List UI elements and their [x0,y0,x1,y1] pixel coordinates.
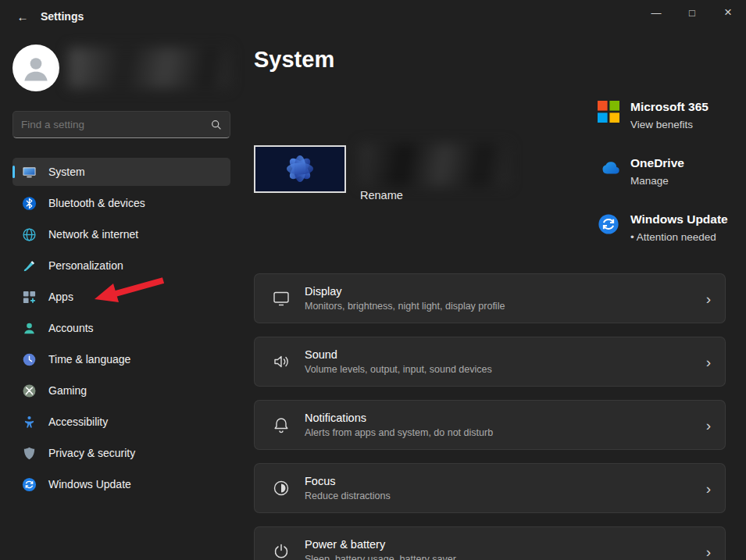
chevron-right-icon: › [706,418,711,433]
display-icon [272,289,291,308]
device-wallpaper-thumbnail [254,145,346,193]
card-title: Power & battery [305,538,692,551]
sidebar-item-label: System [48,166,85,178]
sidebar-item-label: Personalization [48,259,123,272]
personalization-icon [22,259,37,273]
selection-accent-pill [12,166,15,178]
quick-link-title: OneDrive [630,156,684,170]
settings-window: { "colors": { "accent": "#4cc2ff", "wind… [0,0,746,560]
card-display[interactable]: Display Monitors, brightness, night ligh… [254,273,726,323]
chevron-right-icon: › [706,481,711,496]
app-title: Settings [41,0,84,33]
card-notifications[interactable]: Notifications Alerts from apps and syste… [254,400,726,450]
accounts-icon [22,321,37,336]
window-controls: — □ × [638,0,746,25]
quick-link-subtitle[interactable]: View benefits [630,119,709,130]
accessibility-icon [22,415,37,430]
sidebar-item-label: Accessibility [48,416,108,428]
card-subtitle: Volume levels, output, input, sound devi… [305,364,692,375]
privacy-icon [22,446,37,461]
maximize-icon[interactable]: □ [674,0,710,25]
windows-update-status-icon [598,212,621,236]
sidebar-item-bluetooth-devices[interactable]: Bluetooth & devices [12,189,230,217]
windows-update-icon [22,477,37,492]
sidebar-item-label: Gaming [48,384,87,397]
card-sound[interactable]: Sound Volume levels, output, input, soun… [254,337,726,387]
device-name-redacted [360,144,509,186]
wallpaper-bloom-graphic [255,147,344,191]
notifications-icon [272,416,291,434]
sidebar-item-windows-update[interactable]: Windows Update [12,470,230,498]
onedrive-icon [598,156,621,180]
card-title: Display [305,285,692,298]
sidebar-item-label: Network & internet [48,228,138,241]
sidebar-item-label: Windows Update [48,478,131,490]
sidebar-item-label: Accounts [48,322,94,334]
sidebar-item-gaming[interactable]: Gaming [12,376,230,405]
chevron-right-icon: › [706,355,711,369]
sidebar-item-label: Apps [48,291,73,303]
system-icon [22,165,37,180]
card-subtitle: Reduce distractions [305,490,692,501]
sound-icon [272,352,291,371]
card-title: Focus [305,475,692,487]
profile-name-redacted [69,48,230,88]
quick-link-windows-update[interactable]: Windows Update • Attention needed [598,212,746,243]
chevron-right-icon: › [706,291,711,306]
sidebar-nav: System Bluetooth & devices Network & int… [12,158,230,501]
minimize-icon[interactable]: — [638,0,674,25]
chevron-right-icon: › [706,544,711,559]
search-input[interactable] [21,119,211,130]
card-focus[interactable]: Focus Reduce distractions › [254,463,726,513]
gaming-icon [22,383,37,398]
search-box[interactable] [12,111,230,138]
microsoft-365-icon [598,100,621,123]
sidebar-item-time-language[interactable]: Time & language [12,345,230,373]
sidebar-item-network-internet[interactable]: Network & internet [12,220,230,248]
back-icon[interactable]: ← [9,6,36,27]
card-power-battery[interactable]: Power & battery Sleep, battery usage, ba… [254,526,726,560]
quick-link-subtitle: • Attention needed [630,231,728,243]
titlebar: ← Settings — □ × [0,0,746,31]
card-subtitle: Alerts from apps and system, do not dist… [305,427,692,438]
apps-icon [22,290,37,305]
network-icon [22,227,37,242]
power-icon [272,542,291,560]
rename-button[interactable]: Rename [360,189,403,202]
quick-link-title: Windows Update [630,212,728,226]
sidebar-item-label: Privacy & security [48,447,135,459]
card-title: Notifications [305,412,692,424]
bluetooth-icon [22,196,37,211]
time-language-icon [22,352,37,367]
person-icon [19,51,53,85]
sidebar-item-accessibility[interactable]: Accessibility [12,408,230,436]
sidebar-item-personalization[interactable]: Personalization [12,251,230,280]
quick-link-onedrive[interactable]: OneDrive Manage [598,156,746,187]
sidebar-item-accounts[interactable]: Accounts [12,314,230,342]
card-subtitle: Monitors, brightness, night light, displ… [305,301,692,312]
close-icon[interactable]: × [710,0,746,25]
card-subtitle: Sleep, battery usage, battery saver [305,554,692,560]
sidebar-item-privacy-security[interactable]: Privacy & security [12,439,230,467]
page-title: System [254,47,334,73]
quick-link-microsoft-365[interactable]: Microsoft 365 View benefits [598,100,746,130]
quick-link-subtitle[interactable]: Manage [630,175,684,187]
sidebar-item-apps[interactable]: Apps [12,283,230,311]
sidebar-item-label: Bluetooth & devices [48,197,145,209]
sidebar-item-system[interactable]: System [12,158,230,186]
sidebar-item-label: Time & language [48,353,130,366]
search-icon [211,119,222,130]
avatar[interactable] [12,45,59,91]
focus-icon [272,479,291,498]
quick-link-title: Microsoft 365 [630,100,709,114]
card-title: Sound [305,348,692,361]
